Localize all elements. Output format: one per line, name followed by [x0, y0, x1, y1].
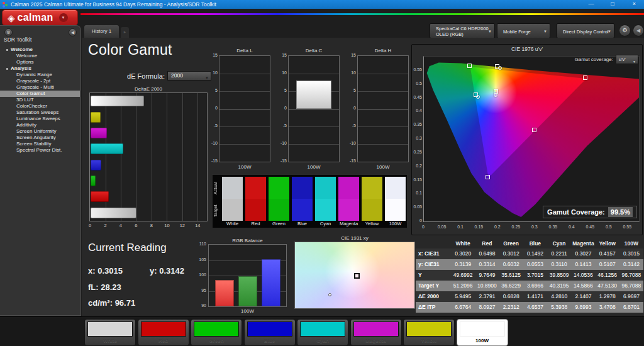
sidebar-item-luminance-sweeps[interactable]: Luminance Sweeps: [0, 116, 80, 122]
rgb-balance-chart: [208, 244, 287, 307]
meter-dropdown[interactable]: SpectraCal C6 HDR2000 OLED (RGB) ▼: [430, 23, 495, 38]
marker-yellow-measure: [498, 66, 502, 70]
deltae-x-tick: 0: [89, 223, 91, 228]
table-cell: 6.8701: [619, 302, 643, 313]
calman-menu-button[interactable]: ◈ calman ▼: [2, 9, 78, 26]
pattern-button-white[interactable]: White: [84, 319, 136, 346]
x-value: 0.3015: [97, 266, 123, 276]
collapse-panel-button[interactable]: ◀: [633, 25, 644, 36]
swatch-target-magenta: [338, 199, 359, 221]
table-cell: 0.3020: [451, 248, 475, 259]
cie1976-y-tick: 0.35: [412, 122, 422, 126]
settings-gear-button[interactable]: ⚙: [619, 25, 631, 36]
delta-y-tick: 15: [278, 53, 287, 57]
deltae-x-tick: 12: [180, 223, 185, 228]
gamut-coverage-select[interactable]: u'v' ▼: [616, 55, 638, 64]
sidebar-item-welcome[interactable]: Welcome: [0, 53, 80, 59]
rgb-bar-green: [238, 276, 257, 306]
y-label: y:: [150, 266, 157, 276]
table-col-white: White: [451, 239, 475, 248]
table-row-e-2000: ΔE 20005.94952.37910.68281.41714.28102.1…: [416, 291, 643, 302]
sidebar-item-colorchecker[interactable]: ColorChecker: [0, 103, 80, 109]
table-row-label: ΔE 2000: [416, 291, 451, 302]
cie1931-title: CIE 1931 xy: [294, 235, 415, 241]
delta-y-tick: -15: [209, 159, 218, 163]
sidebar-item-additivity[interactable]: Additivity: [0, 122, 80, 128]
gridline: [182, 93, 183, 221]
table-cell: 0.6498: [475, 248, 499, 259]
swatch-label-100w: 100W: [384, 221, 407, 226]
de-formula-select[interactable]: 2000 ▼: [167, 71, 211, 81]
gridline: [136, 93, 136, 221]
tab-history-1[interactable]: History 1: [84, 25, 119, 38]
pattern-swatch-magenta: [353, 321, 399, 337]
sidebar-item-color-gamut[interactable]: Color Gamut: [0, 91, 80, 97]
gridline: [289, 144, 339, 145]
app-icon: [5, 4, 8, 6]
table-cell: 96.7088: [619, 270, 643, 281]
delta-chart-delta-l: [219, 55, 270, 162]
cie1976-y-tick: 0.05: [412, 204, 422, 209]
sidebar-item-options[interactable]: Options: [0, 59, 80, 65]
table-cell: 10.8900: [475, 281, 499, 291]
swatch-actual-white: [222, 177, 243, 199]
cie1976-x-tick: 0.2: [494, 225, 501, 229]
pattern-button-blue[interactable]: Blue: [244, 319, 296, 346]
source-name: Mobile Forge: [503, 29, 531, 35]
table-cell: 4.2810: [547, 291, 571, 302]
maximize-button[interactable]: □: [603, 0, 622, 9]
table-cell: 3.7015: [523, 270, 547, 281]
sidebar-item-3d-lut[interactable]: 3D LUT: [0, 97, 80, 103]
pattern-button-100w[interactable]: 100W: [457, 319, 508, 346]
swatch-label-yellow: Yellow: [360, 221, 384, 226]
cie1976-x-tick: 0.05: [438, 225, 447, 229]
pattern-label: Yellow: [404, 338, 454, 343]
sidebar-item-saturation-sweeps[interactable]: Saturation Sweeps: [0, 109, 80, 116]
table-cell: 2.1407: [571, 291, 595, 302]
cie1976-x-tick: 0.1: [457, 225, 464, 229]
delta-y-tick: -15: [278, 159, 287, 163]
sidebar-item-screen-stability[interactable]: Screen Stability: [0, 141, 80, 147]
swatch-target-green: [269, 199, 289, 221]
cie1976-y-tick: 0.15: [412, 177, 422, 182]
sidebar-item-grayscale-multi[interactable]: Grayscale - Multi: [0, 84, 80, 91]
sidebar-item-grayscale-2pt[interactable]: Grayscale - 2pt: [0, 78, 80, 84]
cie1976-title: CIE 1976 u'v': [412, 46, 642, 52]
swatch-actual-yellow: [362, 177, 382, 199]
sidebar-item-spectral-power-dist[interactable]: Spectral Power Dist.: [0, 147, 80, 153]
swatch-target-100w: [385, 199, 406, 221]
fl-label: fL:: [88, 282, 99, 292]
sidebar-item-analysis[interactable]: Analysis: [0, 65, 80, 72]
pattern-button-cyan[interactable]: Cyan: [297, 319, 348, 346]
sidebar-collapse-icon[interactable]: ◀: [69, 28, 77, 36]
sidebar-item-screen-uniformity[interactable]: Screen Uniformity: [0, 128, 80, 135]
source-dropdown[interactable]: Mobile Forge ▼: [497, 23, 550, 38]
tab-stub[interactable]: ▸: [121, 27, 129, 38]
table-row-label: Y: [416, 270, 451, 281]
sidebar-item-welcome[interactable]: Welcome: [0, 47, 80, 53]
deltae-x-tick: 2: [104, 223, 106, 228]
sidebar-gear-icon[interactable]: ⚙: [4, 28, 13, 36]
title-bar: Calman 2025 Calman Ultimate for Business…: [0, 0, 644, 9]
close-button[interactable]: ×: [625, 0, 644, 9]
delta-x-label: 100W: [219, 164, 270, 170]
meter-name: SpectraCal C6 HDR2000: [436, 26, 489, 31]
gridline: [121, 93, 121, 221]
pattern-button-green[interactable]: Green: [191, 319, 242, 346]
table-cell: 5.3938: [547, 302, 571, 313]
display-control-dropdown[interactable]: Direct Display Control ▼: [557, 23, 614, 38]
pattern-button-magenta[interactable]: Magenta: [350, 319, 402, 346]
minimize-button[interactable]: —: [582, 0, 601, 9]
table-cell: 6.9697: [619, 291, 643, 302]
deltae-bar-green: [91, 176, 96, 186]
chevron-down-icon: ▼: [633, 58, 636, 66]
gridline: [219, 109, 270, 109]
table-row-y: Y49.69929.764935.61253.701539.850914.053…: [416, 270, 643, 281]
cie1976-y-tick: 0.1: [412, 191, 422, 195]
pattern-button-yellow[interactable]: Yellow: [403, 319, 455, 346]
rgb-balance-x-label: 100W: [208, 308, 287, 314]
sidebar-item-dynamic-range[interactable]: Dynamic Range: [0, 72, 80, 78]
sidebar-item-screen-angularity[interactable]: Screen Angularity: [0, 135, 80, 141]
pattern-button-red[interactable]: Red: [138, 319, 189, 346]
deltae-x-tick: 6: [135, 223, 137, 228]
